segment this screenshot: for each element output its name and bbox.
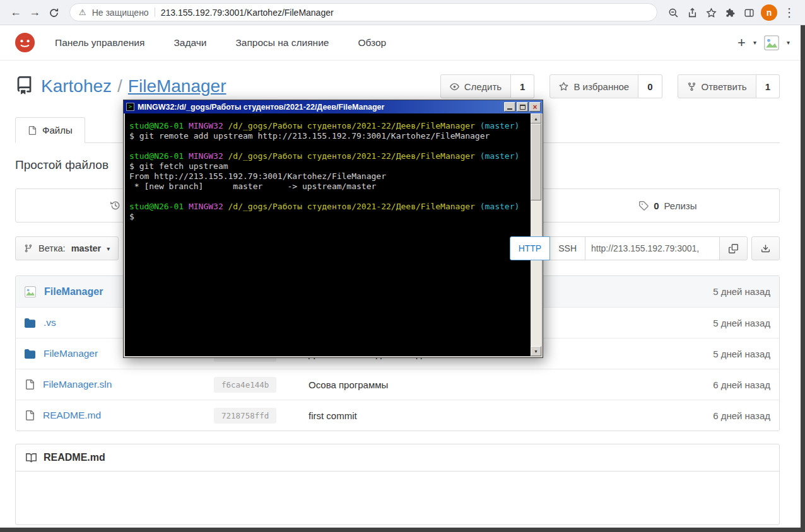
repo-owner-link[interactable]: Kartohez bbox=[41, 76, 112, 96]
download-icon bbox=[761, 244, 770, 253]
scrollbar-thumb[interactable] bbox=[531, 124, 541, 200]
watch-button[interactable]: Следить bbox=[440, 74, 511, 98]
current-branch: master bbox=[71, 243, 102, 253]
file-age: 6 дней назад bbox=[657, 379, 770, 390]
fork-count[interactable]: 1 bbox=[756, 74, 780, 98]
history-icon bbox=[110, 200, 120, 211]
table-row: README.md7218758ffdfirst commit6 дней на… bbox=[16, 400, 779, 431]
tag-icon bbox=[638, 200, 649, 211]
star-group: В избранное 0 bbox=[549, 74, 662, 98]
readme-body bbox=[16, 471, 779, 524]
terminal-icon: > bbox=[126, 103, 134, 111]
file-link[interactable]: FileManager.sln bbox=[43, 379, 112, 390]
user-menu-caret-icon[interactable]: ▾ bbox=[787, 39, 790, 46]
ssh-protocol-button[interactable]: SSH bbox=[549, 236, 585, 260]
clone-url-input[interactable] bbox=[585, 236, 720, 260]
releases-count: 0 bbox=[654, 200, 659, 211]
fork-icon bbox=[687, 82, 696, 91]
nav-item-3[interactable]: Запросы на слияние bbox=[235, 37, 329, 49]
scroll-down-icon[interactable]: ▼ bbox=[531, 346, 541, 356]
commit-hash[interactable]: f6ca4e144b bbox=[214, 377, 276, 393]
window-edge-right bbox=[801, 25, 805, 532]
repo-separator: / bbox=[117, 76, 122, 96]
nav-item-1[interactable]: Панель управления bbox=[55, 37, 144, 49]
file-age: 5 дней назад bbox=[657, 349, 770, 359]
browser-menu-kebab-icon[interactable]: ⋮ bbox=[780, 6, 799, 20]
repo-action-buttons: Следить 1 В избранное 0 Ответвить bbox=[440, 74, 780, 98]
terminal-scrollbar[interactable]: ▲ ▼ bbox=[531, 113, 541, 356]
extensions-icon[interactable] bbox=[720, 6, 739, 18]
terminal-line: stud@N26-01 MINGW32 /d/_gogs/Работы студ… bbox=[129, 121, 529, 131]
scroll-up-icon[interactable]: ▲ bbox=[531, 113, 541, 124]
file-age: 5 дней назад bbox=[657, 286, 770, 297]
nav-item-4[interactable]: Обзор bbox=[358, 37, 386, 49]
download-button[interactable] bbox=[751, 236, 780, 260]
close-button[interactable]: × bbox=[529, 102, 541, 112]
file-link[interactable]: FileManager bbox=[44, 286, 103, 298]
reload-icon[interactable] bbox=[44, 6, 63, 19]
create-new-button[interactable]: + bbox=[737, 36, 746, 50]
file-age: 6 дней назад bbox=[657, 410, 770, 421]
star-icon bbox=[559, 82, 568, 91]
eye-icon bbox=[450, 82, 459, 91]
terminal-body[interactable]: stud@N26-01 MINGW32 /d/_gogs/Работы студ… bbox=[125, 113, 531, 356]
file-age: 5 дней назад bbox=[657, 318, 770, 328]
file-icon bbox=[28, 126, 37, 135]
star-count[interactable]: 0 bbox=[638, 74, 662, 98]
file-link[interactable]: .vs bbox=[44, 317, 56, 328]
profile-avatar[interactable]: n bbox=[761, 4, 777, 21]
minimize-button[interactable] bbox=[504, 102, 515, 112]
watch-count[interactable]: 1 bbox=[511, 74, 534, 98]
terminal-line: $ git fetch upstream bbox=[129, 161, 529, 171]
bookmark-star-icon[interactable] bbox=[702, 6, 720, 18]
commit-hash[interactable]: 7218758ffd bbox=[214, 408, 276, 424]
security-label: Не защищено bbox=[92, 8, 149, 18]
url-text: 213.155.192.79:3001/Kartohez/FileManager bbox=[161, 8, 334, 18]
terminal-line: From http://213.155.192.79:3001/Kartohez… bbox=[129, 171, 529, 182]
zoom-icon[interactable] bbox=[664, 6, 683, 18]
branch-selector[interactable]: Ветка: master ▾ bbox=[15, 236, 119, 260]
commit-message: first commit bbox=[308, 410, 657, 421]
fork-group: Ответвить 1 bbox=[678, 74, 780, 98]
page: ← → ⚠ Не защищено 213.155.192.79:3001/Ka… bbox=[0, 0, 805, 532]
git-branch-icon bbox=[24, 244, 33, 253]
readme-title: README.md bbox=[44, 452, 105, 463]
address-bar[interactable]: ⚠ Не защищено 213.155.192.79:3001/Kartoh… bbox=[69, 3, 657, 21]
create-new-caret-icon[interactable]: ▾ bbox=[753, 39, 756, 46]
terminal-titlebar[interactable]: > MINGW32:/d/_gogs/Работы студентов/2021… bbox=[124, 100, 543, 113]
fork-button[interactable]: Ответвить bbox=[678, 74, 756, 98]
gogs-logo[interactable] bbox=[15, 33, 35, 52]
folder-icon bbox=[25, 318, 35, 328]
folder-icon bbox=[25, 349, 35, 359]
tab-files[interactable]: Файлы bbox=[15, 117, 85, 143]
restore-button[interactable] bbox=[517, 102, 528, 112]
copy-icon bbox=[729, 244, 738, 253]
readme-header: README.md bbox=[16, 444, 779, 471]
terminal-title: MINGW32:/d/_gogs/Работы студентов/2021-2… bbox=[138, 103, 501, 112]
star-button[interactable]: В избранное bbox=[549, 74, 638, 98]
terminal-line: * [new branch] master -> upstream/master bbox=[129, 182, 529, 192]
divider bbox=[155, 8, 155, 17]
user-avatar[interactable] bbox=[764, 35, 779, 50]
side-panel-icon[interactable] bbox=[739, 6, 758, 18]
repo-name-link[interactable]: FileManager bbox=[128, 76, 226, 96]
forward-icon[interactable]: → bbox=[25, 6, 44, 19]
commit-message: Осова программы bbox=[308, 379, 657, 390]
nav-item-2[interactable]: Задачи bbox=[173, 37, 206, 49]
nav-right: + ▾ ▾ bbox=[737, 35, 790, 50]
file-link[interactable]: README.md bbox=[43, 410, 101, 421]
repo-header: Kartohez/FileManager Следить 1 В избранн… bbox=[15, 74, 780, 98]
back-icon[interactable]: ← bbox=[6, 6, 25, 19]
http-protocol-button[interactable]: HTTP bbox=[510, 236, 551, 260]
stat-releases[interactable]: 0 Релизы bbox=[556, 189, 779, 222]
window-controls: × bbox=[504, 102, 541, 112]
share-icon[interactable] bbox=[683, 6, 702, 18]
terminal-line: stud@N26-01 MINGW32 /d/_gogs/Работы студ… bbox=[129, 202, 529, 212]
browser-toolbar: ← → ⚠ Не защищено 213.155.192.79:3001/Ka… bbox=[0, 0, 805, 25]
watch-group: Следить 1 bbox=[440, 74, 535, 98]
file-link[interactable]: FileManager bbox=[44, 348, 98, 359]
file-icon bbox=[25, 379, 35, 390]
copy-url-button[interactable] bbox=[719, 236, 748, 260]
terminal-window[interactable]: > MINGW32:/d/_gogs/Работы студентов/2021… bbox=[123, 100, 543, 358]
table-row: FileManager.slnf6ca4e144bОсова программы… bbox=[16, 369, 779, 400]
